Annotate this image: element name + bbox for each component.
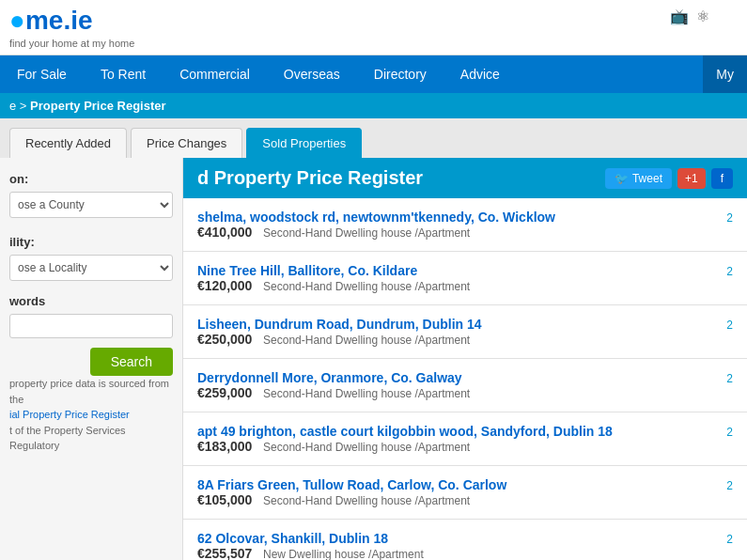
county-select[interactable]: ose a County Carlow Cork Dublin Galway K… xyxy=(9,192,173,218)
logo-tagline: find your home at my home xyxy=(9,38,134,49)
keywords-label: words xyxy=(9,294,173,308)
listing-info: 62 Olcovar, Shankill, Dublin 18 €255,507… xyxy=(197,531,717,560)
page-title: d Property Price Register xyxy=(197,167,423,189)
listing-type: New Dwelling house /Apartment xyxy=(263,548,424,560)
tablet-icon: 📺 xyxy=(670,8,689,25)
listing-type: Second-Hand Dwelling house /Apartment xyxy=(263,494,470,507)
nav-advice[interactable]: Advice xyxy=(444,55,517,93)
listing-address[interactable]: Derrydonnell More, Oranmore, Co. Galway xyxy=(197,370,462,385)
main-area: on: ose a County Carlow Cork Dublin Galw… xyxy=(0,158,747,560)
locality-label: ility: xyxy=(9,235,173,249)
listing-info: Nine Tree Hill, Ballitore, Co. Kildare €… xyxy=(197,263,717,293)
share-button[interactable]: f xyxy=(711,168,733,189)
listing-date: 2 xyxy=(726,477,733,492)
listing-price-row: €410,000 Second-Hand Dwelling house /Apa… xyxy=(197,225,717,240)
tab-sold-properties[interactable]: Sold Properties xyxy=(246,128,362,158)
listing-price: €410,000 xyxy=(197,225,252,240)
tweet-label: Tweet xyxy=(632,172,662,185)
listing-price-row: €120,000 Second-Hand Dwelling house /Apa… xyxy=(197,278,717,293)
tabs-bar: Recently Added Price Changes Sold Proper… xyxy=(0,118,747,158)
listing-address[interactable]: Lisheen, Dundrum Road, Dundrum, Dublin 1… xyxy=(197,317,482,332)
main-nav: For Sale To Rent Commercial Overseas Dir… xyxy=(0,55,747,93)
listing-type: Second-Hand Dwelling house /Apartment xyxy=(263,280,470,293)
listing-row[interactable]: Nine Tree Hill, Ballitore, Co. Kildare €… xyxy=(183,252,747,305)
android-icon: ⚛ xyxy=(696,8,709,25)
breadcrumb-home[interactable]: e > xyxy=(9,99,26,113)
tweet-button[interactable]: 🐦 Tweet xyxy=(605,168,672,189)
nav-commercial[interactable]: Commercial xyxy=(163,55,267,93)
nav-directory[interactable]: Directory xyxy=(357,55,444,93)
logo[interactable]: ●me.ie xyxy=(9,6,134,36)
footer-text-2: t of the Property Services Regulatory xyxy=(9,425,126,452)
listing-price: €259,000 xyxy=(197,385,252,400)
listing-price: €183,000 xyxy=(197,439,252,454)
content-area: d Property Price Register 🐦 Tweet +1 f s… xyxy=(183,158,747,560)
search-button[interactable]: Search xyxy=(90,348,173,376)
listing-type: Second-Hand Dwelling house /Apartment xyxy=(263,334,470,347)
listing-row[interactable]: apt 49 brighton, castle court kilgobbin … xyxy=(183,412,747,466)
listing-row[interactable]: Lisheen, Dundrum Road, Dundrum, Dublin 1… xyxy=(183,305,747,359)
page-title-bar: d Property Price Register 🐦 Tweet +1 f xyxy=(183,158,747,198)
listings-container: shelma, woodstock rd, newtownm'tkennedy,… xyxy=(183,198,747,560)
listing-price-row: €105,000 Second-Hand Dwelling house /Apa… xyxy=(197,492,717,507)
logo-text: me.ie xyxy=(25,6,93,35)
listing-price-row: €183,000 Second-Hand Dwelling house /Apa… xyxy=(197,439,717,454)
nav-to-rent[interactable]: To Rent xyxy=(84,55,163,93)
listing-price-row: €250,000 Second-Hand Dwelling house /Apa… xyxy=(197,332,717,347)
listing-row[interactable]: shelma, woodstock rd, newtownm'tkennedy,… xyxy=(183,198,747,252)
listing-date: 2 xyxy=(726,370,733,385)
breadcrumb-current: Property Price Register xyxy=(30,99,166,113)
listing-address[interactable]: 8A Friars Green, Tullow Road, Carlow, Co… xyxy=(197,477,506,492)
listing-date: 2 xyxy=(726,317,733,332)
logo-circle: ● xyxy=(9,6,25,35)
nav-my[interactable]: My xyxy=(703,55,747,93)
listing-address[interactable]: 62 Olcovar, Shankill, Dublin 18 xyxy=(197,531,388,546)
twitter-icon: 🐦 xyxy=(615,172,629,185)
tab-price-changes[interactable]: Price Changes xyxy=(131,128,242,158)
listing-info: Lisheen, Dundrum Road, Dundrum, Dublin 1… xyxy=(197,317,717,347)
listing-row[interactable]: Derrydonnell More, Oranmore, Co. Galway … xyxy=(183,359,747,412)
listing-type: Second-Hand Dwelling house /Apartment xyxy=(263,441,470,454)
listing-info: shelma, woodstock rd, newtownm'tkennedy,… xyxy=(197,210,717,240)
listing-price: €105,000 xyxy=(197,492,252,507)
listing-info: 8A Friars Green, Tullow Road, Carlow, Co… xyxy=(197,477,717,507)
listing-address[interactable]: shelma, woodstock rd, newtownm'tkennedy,… xyxy=(197,210,555,225)
listing-type: Second-Hand Dwelling house /Apartment xyxy=(263,387,470,400)
sidebar: on: ose a County Carlow Cork Dublin Galw… xyxy=(0,158,183,560)
nav-overseas[interactable]: Overseas xyxy=(267,55,357,93)
listing-date: 2 xyxy=(726,531,733,546)
keywords-input[interactable] xyxy=(9,314,173,338)
logo-area: ●me.ie find your home at my home xyxy=(9,6,134,49)
county-label: on: xyxy=(9,172,173,186)
sidebar-footer: property price data is sourced from the … xyxy=(9,376,173,454)
breadcrumb: e > Property Price Register xyxy=(0,93,747,118)
listing-date: 2 xyxy=(726,424,733,439)
listing-price-row: €255,507 New Dwelling house /Apartment xyxy=(197,546,717,560)
listing-row[interactable]: 8A Friars Green, Tullow Road, Carlow, Co… xyxy=(183,466,747,520)
listing-row[interactable]: 62 Olcovar, Shankill, Dublin 18 €255,507… xyxy=(183,520,747,560)
listing-info: Derrydonnell More, Oranmore, Co. Galway … xyxy=(197,370,717,400)
tab-recently-added[interactable]: Recently Added xyxy=(9,128,127,158)
listing-date: 2 xyxy=(726,210,733,225)
listing-address[interactable]: apt 49 brighton, castle court kilgobbin … xyxy=(197,424,613,439)
listing-price: €120,000 xyxy=(197,278,252,293)
nav-for-sale[interactable]: For Sale xyxy=(0,55,84,93)
listing-date: 2 xyxy=(726,263,733,278)
header-icons: 📺 ⚛ xyxy=(670,8,709,25)
title-actions: 🐦 Tweet +1 f xyxy=(605,168,733,189)
locality-select[interactable]: ose a Locality xyxy=(9,255,173,281)
gplus-button[interactable]: +1 xyxy=(677,168,706,189)
listing-price-row: €259,000 Second-Hand Dwelling house /Apa… xyxy=(197,385,717,400)
listing-address[interactable]: Nine Tree Hill, Ballitore, Co. Kildare xyxy=(197,263,417,278)
footer-text-1: property price data is sourced from the xyxy=(9,378,169,405)
header: ●me.ie find your home at my home 📺 ⚛ xyxy=(0,0,747,55)
listing-price: €255,507 xyxy=(197,546,252,560)
footer-link-1[interactable]: ial Property Price Register xyxy=(9,409,130,420)
listing-info: apt 49 brighton, castle court kilgobbin … xyxy=(197,424,717,454)
listing-price: €250,000 xyxy=(197,332,252,347)
listing-type: Second-Hand Dwelling house /Apartment xyxy=(263,226,470,240)
